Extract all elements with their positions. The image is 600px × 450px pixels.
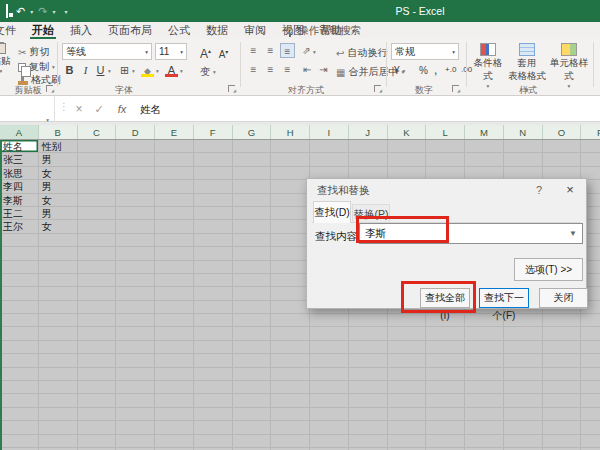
- grid-cell[interactable]: [388, 153, 427, 166]
- grid-cell[interactable]: [194, 408, 233, 421]
- grid-cell[interactable]: [310, 327, 349, 340]
- grid-cell[interactable]: [271, 354, 310, 367]
- grid-cell[interactable]: [233, 140, 272, 153]
- grid-cell[interactable]: [271, 167, 310, 180]
- grid-cell[interactable]: 女: [39, 167, 78, 180]
- grid-cell[interactable]: [271, 368, 310, 381]
- grid-cell[interactable]: 女: [39, 194, 78, 207]
- grid-cell[interactable]: [155, 408, 194, 421]
- name-box[interactable]: ▾: [0, 96, 55, 122]
- grid-cell[interactable]: [271, 153, 310, 166]
- grid-cell[interactable]: [233, 394, 272, 407]
- grid-cell[interactable]: [116, 301, 155, 314]
- grid-cell[interactable]: [388, 394, 427, 407]
- grid-cell[interactable]: [116, 327, 155, 340]
- grid-cell[interactable]: [504, 368, 543, 381]
- grid-cell[interactable]: [233, 194, 272, 207]
- grid-cell[interactable]: [194, 394, 233, 407]
- grid-cell[interactable]: [194, 167, 233, 180]
- grid-cell[interactable]: [194, 220, 233, 233]
- find-what-dropdown-icon[interactable]: ▼: [569, 224, 577, 243]
- grid-cell[interactable]: [116, 381, 155, 394]
- grid-cell[interactable]: [465, 435, 504, 448]
- grid-cell[interactable]: [426, 341, 465, 354]
- grid-cell[interactable]: [194, 341, 233, 354]
- grid-cell[interactable]: [465, 381, 504, 394]
- column-header-D[interactable]: D: [116, 125, 155, 140]
- grid-cell[interactable]: [39, 421, 78, 434]
- grid-cell[interactable]: [310, 368, 349, 381]
- grid-cell[interactable]: [543, 327, 582, 340]
- grid-cell[interactable]: [39, 274, 78, 287]
- redo-caret-icon[interactable]: ▾: [51, 8, 56, 15]
- grid-cell[interactable]: [504, 381, 543, 394]
- grid-cell[interactable]: [78, 381, 117, 394]
- grid-cell[interactable]: [465, 153, 504, 166]
- grid-cell[interactable]: [155, 314, 194, 327]
- grid-cell[interactable]: [581, 368, 600, 381]
- grid-cell[interactable]: [388, 354, 427, 367]
- phonetic-button[interactable]: 变 ▾: [200, 65, 216, 79]
- grid-cell[interactable]: [388, 435, 427, 448]
- grid-cell[interactable]: [271, 261, 310, 274]
- grid-cell[interactable]: [543, 381, 582, 394]
- grid-cell[interactable]: [155, 140, 194, 153]
- grid-cell[interactable]: [233, 167, 272, 180]
- grow-font-button[interactable]: A▴: [198, 43, 213, 59]
- confirm-entry-icon[interactable]: ✓: [90, 96, 108, 122]
- grid-cell[interactable]: [0, 381, 39, 394]
- grid-cell[interactable]: 王二: [0, 207, 39, 220]
- grid-cell[interactable]: [310, 435, 349, 448]
- dialog-help-icon[interactable]: ?: [532, 184, 546, 196]
- grid-cell[interactable]: [388, 341, 427, 354]
- column-header-L[interactable]: L: [426, 125, 465, 140]
- grid-cell[interactable]: [78, 234, 117, 247]
- dialog-close-icon[interactable]: ×: [562, 182, 578, 197]
- grid-cell[interactable]: [155, 153, 194, 166]
- grid-cell[interactable]: [271, 247, 310, 260]
- grid-cell[interactable]: [155, 180, 194, 193]
- ribbon-tab-4[interactable]: 公式: [160, 22, 198, 39]
- grid-cell[interactable]: [465, 368, 504, 381]
- grid-cell[interactable]: [39, 341, 78, 354]
- grid-cell[interactable]: [0, 421, 39, 434]
- save-button[interactable]: [2, 0, 12, 22]
- align-bottom-button[interactable]: ≡: [280, 43, 295, 58]
- align-middle-button[interactable]: ≡: [263, 43, 278, 58]
- grid-cell[interactable]: [194, 153, 233, 166]
- grid-cell[interactable]: [388, 421, 427, 434]
- grid-cell[interactable]: [388, 314, 427, 327]
- grid-cell[interactable]: [310, 421, 349, 434]
- grid-cell[interactable]: [426, 327, 465, 340]
- formula-bar-value[interactable]: 姓名: [140, 96, 161, 122]
- shrink-font-button[interactable]: A▾: [216, 44, 231, 60]
- grid-cell[interactable]: [78, 327, 117, 340]
- grid-cell[interactable]: [39, 368, 78, 381]
- grid-cell[interactable]: [78, 301, 117, 314]
- grid-cell[interactable]: [194, 435, 233, 448]
- grid-cell[interactable]: [388, 368, 427, 381]
- grid-cell[interactable]: [543, 341, 582, 354]
- ribbon-tab-3[interactable]: 页面布局: [100, 22, 160, 39]
- customize-qat-icon[interactable]: ▾: [58, 8, 68, 15]
- grid-cell[interactable]: [349, 368, 388, 381]
- grid-cell[interactable]: [310, 314, 349, 327]
- grid-cell[interactable]: [233, 301, 272, 314]
- grid-cell[interactable]: 王尔: [0, 220, 39, 233]
- clipboard-launcher-icon[interactable]: [46, 85, 53, 92]
- grid-cell[interactable]: [388, 408, 427, 421]
- grid-cell[interactable]: [233, 220, 272, 233]
- grid-cell[interactable]: 张思: [0, 167, 39, 180]
- grid-cell[interactable]: [271, 314, 310, 327]
- grid-cell[interactable]: [194, 327, 233, 340]
- grid-cell[interactable]: [39, 261, 78, 274]
- grid-cell[interactable]: [155, 167, 194, 180]
- grid-cell[interactable]: [78, 394, 117, 407]
- grid-cell[interactable]: [155, 207, 194, 220]
- grid-cell[interactable]: [0, 261, 39, 274]
- grid-cell[interactable]: [271, 408, 310, 421]
- grid-cell[interactable]: [233, 247, 272, 260]
- options-button[interactable]: 选项(T) >>: [514, 258, 583, 281]
- grid-cell[interactable]: [349, 408, 388, 421]
- grid-cell[interactable]: [271, 341, 310, 354]
